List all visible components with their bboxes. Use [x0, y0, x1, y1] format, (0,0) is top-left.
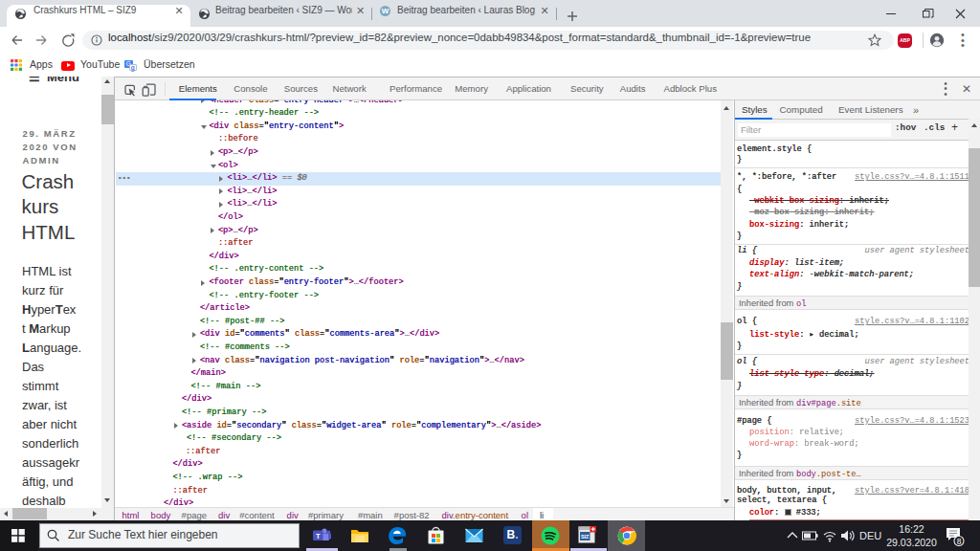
svg-text:SIZ: SIZ — [581, 534, 590, 540]
svg-text:T: T — [316, 532, 321, 540]
svg-text:8: 8 — [957, 537, 962, 546]
